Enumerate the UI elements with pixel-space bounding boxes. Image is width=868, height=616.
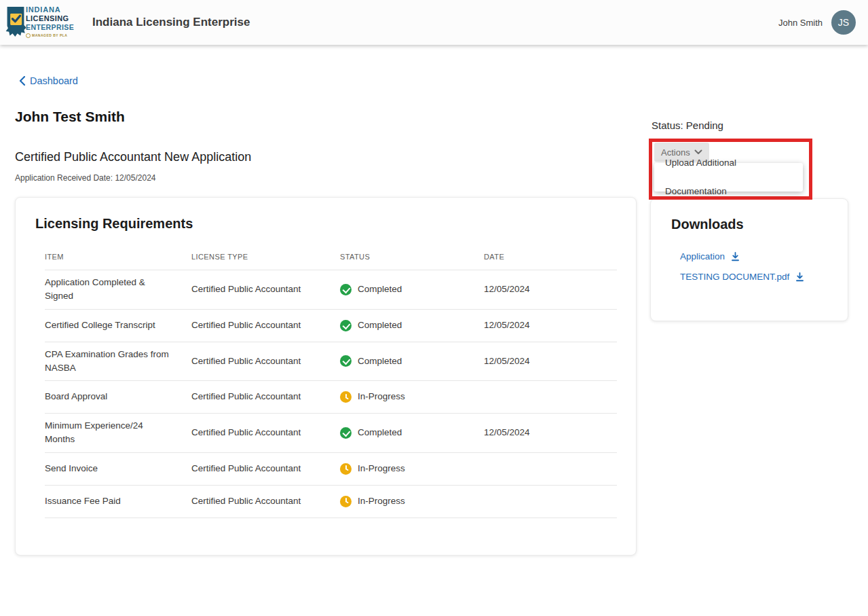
logo-line-licensing: LICENSING	[26, 15, 74, 22]
status-completed-icon	[340, 320, 352, 331]
indiana-state-icon	[4, 5, 27, 40]
download-icon	[731, 252, 740, 261]
requirement-date: 12/05/2024	[484, 426, 617, 439]
status-in-progress-icon	[340, 496, 352, 507]
column-header-date: DATE	[484, 253, 617, 261]
requirement-item: CPA Examination Grades from NASBA	[45, 348, 191, 376]
table-row: Issuance Fee Paid Certified Public Accou…	[45, 486, 617, 518]
user-avatar[interactable]: JS	[831, 10, 856, 35]
download-link-testing-document[interactable]: TESTING DOCUMENT.pdf	[680, 272, 804, 282]
requirement-status: Completed	[340, 319, 484, 332]
table-header-row: ITEM LICENSE TYPE STATUS DATE	[45, 247, 617, 270]
requirement-item: Minimum Experience/24 Months	[45, 419, 191, 447]
indiana-licensing-logo: INDIANA LICENSING ENTERPRISE MANAGED BY …	[4, 2, 80, 43]
requirement-status: Completed	[340, 355, 484, 368]
status-completed-icon	[340, 284, 352, 295]
requirement-status: Completed	[340, 283, 484, 296]
status-label: Completed	[358, 319, 402, 332]
status-label: In-Progress	[358, 462, 405, 475]
header-user-area: John Smith JS	[778, 10, 856, 35]
actions-dropdown-menu: Upload Additional Documentation	[654, 163, 803, 192]
chevron-left-icon	[19, 76, 25, 86]
status-label: In-Progress	[358, 390, 405, 403]
table-row: Minimum Experience/24 Months Certified P…	[45, 414, 617, 453]
table-row: Application Completed & Signed Certified…	[45, 270, 617, 310]
requirement-license-type: Certified Public Accountant	[191, 426, 340, 439]
requirement-date: 12/05/2024	[484, 283, 617, 296]
requirements-table: ITEM LICENSE TYPE STATUS DATE Applicatio…	[45, 247, 617, 518]
requirement-status: In-Progress	[340, 390, 484, 403]
download-link-application[interactable]: Application	[680, 251, 740, 261]
requirement-date: 12/05/2024	[484, 319, 617, 332]
page-title-applicant-name: John Test Smith	[15, 109, 125, 125]
requirement-status: In-Progress	[340, 494, 484, 508]
logo-line-indiana: INDIANA	[26, 6, 74, 14]
requirement-item: Application Completed & Signed	[45, 276, 191, 304]
requirement-license-type: Certified Public Accountant	[191, 355, 340, 368]
requirement-license-type: Certified Public Accountant	[191, 494, 340, 508]
status-label: In-Progress	[358, 494, 405, 508]
column-header-license-type: LICENSE TYPE	[191, 253, 340, 261]
licensing-requirements-card: Licensing Requirements ITEM LICENSE TYPE…	[15, 197, 637, 556]
logo-tagline: MANAGED BY PLA	[26, 33, 74, 38]
status-completed-icon	[340, 355, 352, 367]
status-in-progress-icon	[340, 391, 352, 403]
status-label: Completed	[358, 426, 402, 439]
table-row: Board Approval Certified Public Accounta…	[45, 381, 617, 414]
status-pending-text: Status: Pending	[652, 120, 723, 131]
requirement-license-type: Certified Public Accountant	[191, 319, 340, 332]
logo-text: INDIANA LICENSING ENTERPRISE MANAGED BY …	[26, 6, 74, 38]
requirement-license-type: Certified Public Accountant	[191, 462, 340, 475]
column-header-status: STATUS	[340, 253, 484, 261]
user-name: John Smith	[778, 18, 823, 28]
download-link-label: Application	[680, 251, 725, 261]
status-label: Completed	[358, 283, 402, 296]
table-row: CPA Examination Grades from NASBA Certif…	[45, 342, 617, 382]
licensing-requirements-title: Licensing Requirements	[35, 216, 636, 232]
breadcrumb-dashboard-link[interactable]: Dashboard	[19, 75, 78, 86]
menu-item-upload-additional-documentation[interactable]: Upload Additional Documentation	[654, 149, 803, 206]
status-in-progress-icon	[340, 463, 352, 475]
requirement-license-type: Certified Public Accountant	[191, 390, 340, 403]
requirement-item: Board Approval	[45, 390, 191, 403]
requirement-license-type: Certified Public Accountant	[191, 283, 340, 296]
requirement-status: In-Progress	[340, 462, 484, 475]
app-title: Indiana Licensing Enterprise	[92, 16, 250, 29]
requirement-item: Issuance Fee Paid	[45, 494, 191, 508]
table-row: Certified College Transcript Certified P…	[45, 310, 617, 342]
pla-emblem-icon	[26, 33, 31, 38]
requirement-item: Send Invoice	[45, 462, 191, 475]
requirement-item: Certified College Transcript	[45, 319, 191, 332]
column-header-item: ITEM	[45, 253, 191, 261]
logo-tagline-text: MANAGED BY PLA	[32, 34, 67, 37]
download-icon	[795, 272, 804, 282]
logo-line-enterprise: ENTERPRISE	[26, 24, 74, 31]
requirement-date: 12/05/2024	[484, 355, 617, 368]
app-header: INDIANA LICENSING ENTERPRISE MANAGED BY …	[0, 0, 868, 45]
application-received-date: Application Received Date: 12/05/2024	[15, 173, 155, 183]
download-links: Application TESTING DOCUMENT.pdf	[680, 251, 848, 282]
downloads-title: Downloads	[671, 217, 848, 232]
status-label: Completed	[358, 355, 402, 368]
requirement-status: Completed	[340, 426, 484, 439]
status-completed-icon	[340, 427, 352, 439]
downloads-card: Downloads Application TESTING DOCUMENT.p…	[650, 198, 848, 321]
table-row: Send Invoice Certified Public Accountant…	[45, 453, 617, 486]
download-link-label: TESTING DOCUMENT.pdf	[680, 272, 789, 282]
breadcrumb-label: Dashboard	[30, 75, 78, 86]
application-title: Certified Public Accountant New Applicat…	[15, 150, 251, 164]
